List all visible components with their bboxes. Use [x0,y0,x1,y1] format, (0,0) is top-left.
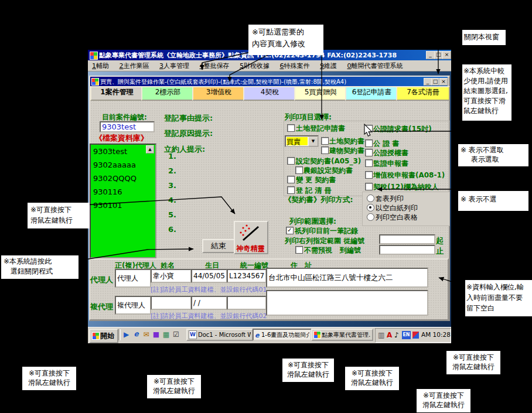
checkbox-witness-report[interactable] [365,159,373,167]
checkbox-label[interactable]: 登 記 清 冊 [296,186,332,196]
tab-case-management[interactable]: 1案件管理 [90,86,144,101]
menu-item-maintenance[interactable]: 9維護 [320,62,337,70]
tab-lists[interactable]: 7各式清冊 [396,86,450,101]
quick-launch-icon[interactable]: ■ [152,330,161,339]
language-indicator[interactable]: EN [402,331,411,339]
checkbox-deed-tax-payer[interactable] [365,183,373,190]
sub-agent-name-input[interactable] [151,296,192,310]
radio-template-print[interactable] [367,194,374,202]
menu-item-help[interactable]: 1輔助 [92,62,109,70]
checkbox-only-current-record[interactable]: ✓ [286,227,294,234]
checkbox-notary-authorization[interactable] [365,149,373,156]
checkbox-label[interactable]: 設定契約書(A05_3) [296,156,361,166]
tab-deed-tax[interactable]: 4契稅 [243,86,296,101]
task-button-label: Doc1 - Microsoft Word [198,330,251,340]
checkbox-building-contract[interactable] [321,146,329,154]
checkbox-no-preview[interactable] [295,246,303,254]
checkbox-label[interactable]: 公證請求書(15吋) [373,124,432,134]
print-range-label: 列印範圍選擇: [289,217,336,227]
tray-misc-icon[interactable] [412,332,419,339]
minimize-icon[interactable]: _ [424,78,432,86]
sub-agent-birth-input[interactable] [191,296,227,310]
menu-item-batch-save[interactable]: 4整批保存 [200,62,230,70]
scroll-up-icon[interactable]: ▲ [146,145,154,153]
deed-type-value[interactable]: 買賣 [287,137,308,145]
speaker-icon[interactable]: ♪ [394,331,399,339]
maximize-icon[interactable]: □ [431,78,439,86]
quick-launch-icon[interactable]: ☑ [172,330,180,339]
agent-address-input[interactable] [266,268,428,288]
mail-icon[interactable]: ✉ [142,330,151,339]
agent-title-input[interactable] [115,269,151,288]
radio-blank-form-print[interactable] [367,213,374,221]
ime-icon[interactable]: A [387,331,392,339]
menu-item-workspace[interactable]: 2主作業區 [120,62,149,70]
ie-icon[interactable]: e [132,330,141,339]
checkbox-notary-cert[interactable] [365,139,373,147]
checkbox-label[interactable]: 建物契約書 [329,146,364,156]
chevron-down-icon[interactable]: ▼ [308,136,318,146]
close-icon[interactable]: × [439,78,448,86]
checkbox-land-reg-application[interactable] [287,124,295,132]
checkbox-change-contract[interactable] [287,176,295,183]
menu-item-exit[interactable]: 0離開代書管理系統 [347,62,403,70]
checkbox-label[interactable]: 祇列印目前一筆記錄 [295,226,358,236]
end-button[interactable]: 結束 [202,239,235,253]
input-device-icon[interactable]: ▥ [378,331,384,339]
menu-item-tax-receipts[interactable]: 5財稅收據 [240,62,270,70]
task-button-app[interactable]: 點象專業代書管理... [311,329,373,341]
quick-launch-icon[interactable]: ▦ [162,330,170,339]
close-icon[interactable]: × [442,51,451,59]
checkbox-vat-report[interactable] [365,171,373,179]
checkbox-reg-list[interactable] [287,186,295,194]
radio-label[interactable]: 列印空白表格 [376,213,418,223]
checkbox-label[interactable]: 公 證 書 [373,139,399,149]
checkbox-label[interactable]: 契稅(12)欄為納稅人 [373,182,439,192]
maximize-icon[interactable]: □ [434,51,443,59]
quick-launch-icon[interactable]: ▶ [122,330,131,339]
current-case-input[interactable] [100,121,155,132]
range-to-input[interactable] [379,245,435,255]
agent-id-input[interactable] [227,269,267,283]
deed-type-dropdown[interactable]: 買賣 ▼ [285,135,319,147]
minimize-icon[interactable]: _ [426,51,435,59]
start-button[interactable]: 開始 [89,329,118,343]
checkbox-label[interactable]: 增值稅申報書(A08-1) [373,170,445,180]
checkbox-mortgage-contract[interactable] [287,157,295,165]
radio-blank-paper-print[interactable] [367,204,374,211]
tab-sale-gift[interactable]: 5買賣贈與 [294,86,347,101]
tab-value-added-tax[interactable]: 3增值稅 [192,86,245,101]
checkbox-notary-request[interactable] [365,125,373,132]
agent-birth-input[interactable] [191,269,227,283]
tab-registration-form[interactable]: 6登記申請書 [345,86,398,101]
sub-agent-id-input[interactable] [227,296,267,310]
sub-agent-title-input[interactable] [115,296,151,315]
annotation-not-select: ※ 表示不選 [458,191,528,211]
sub-agent-address-input[interactable] [266,290,428,316]
tab-land-description[interactable]: 2標示部 [141,86,195,101]
task-button-word[interactable]: W Doc1 - Microsoft Word [186,329,253,341]
list-item[interactable]: 930101 [91,199,155,212]
checkbox-land-contract[interactable] [321,137,329,145]
list-item[interactable]: 9302QQQQ [91,172,155,185]
checkbox-label[interactable]: 土地登記申請書 [296,124,345,134]
task-button-intro[interactable]: e 1-6畫面及功能簡介 [253,329,312,341]
checkbox-label[interactable]: 監證申報書 [373,159,408,169]
list-item[interactable]: 930116 [91,185,155,199]
agent-name-input[interactable] [151,269,192,283]
checkbox-label[interactable]: 農銀設定契約書 [303,166,353,176]
radio-label[interactable]: 套表列印 [376,194,404,204]
checkbox-label[interactable]: 不需預視 [304,245,332,255]
checkbox-label[interactable]: 土地契約書 [329,136,364,146]
radio-label[interactable]: 以空白紙列印 [376,203,418,213]
list-item[interactable]: 9302aaaaa [91,158,155,172]
menu-item-personnel[interactable]: 3人事管理 [159,62,189,70]
menu-item-special-cases[interactable]: 6特殊案件 [280,62,310,70]
checkbox-label[interactable]: 公證授權書 [373,148,408,158]
wizard-button[interactable]: 神奇精靈 [234,221,268,254]
checkbox-label[interactable]: 變 更 契約書 [296,175,336,185]
task-button-label: 點象專業代書管理... [322,330,371,340]
case-list[interactable]: 9303test 9302aaaaa 9302QQQQ 930116 93010… [90,144,156,258]
checkbox-farm-bank-contract[interactable] [295,166,303,174]
range-from-input[interactable] [379,234,435,244]
